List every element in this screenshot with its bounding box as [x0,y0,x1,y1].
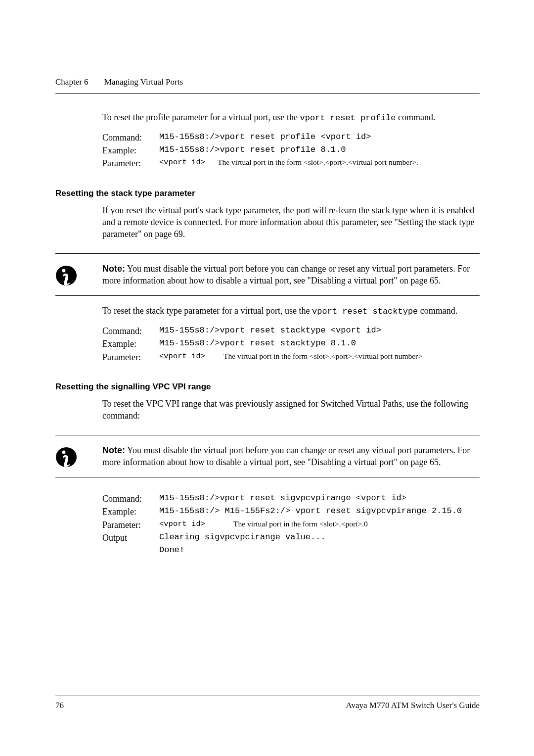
parameter-desc: The virtual port in the form <slot>.<por… [233,519,480,531]
example-line: M15-155s8:/>vport reset stacktype 8.1.0 [159,337,480,350]
output-line-2: Done! [159,544,480,557]
label-example: Example: [102,144,159,157]
svg-point-1 [62,269,66,272]
running-header: Chapter 6 Managing Virtual Ports [55,77,480,88]
label-command: Command: [102,131,159,144]
label-parameter: Parameter: [102,351,159,364]
inline-code: vport reset stacktype [312,307,418,316]
command-line: M15-155s8:/>vport reset profile <vport i… [159,131,480,144]
paragraph-intro-1: To reset the profile parameter for a vir… [102,111,480,124]
paragraph-intro-2: To reset the stack type parameter for a … [102,305,480,318]
info-icon [55,446,77,468]
inline-code: vport reset profile [300,113,396,123]
chapter-label: Chapter 6 [55,77,89,88]
note-block-1: Note: You must disable the virtual port … [55,253,480,296]
paragraph-signalling: To reset the VPC VPI range that was prev… [102,398,480,422]
footer-rule [55,696,480,696]
parameter-key: <vport id> [159,351,223,364]
label-parameter: Parameter: [102,519,159,531]
command-line: M15-155s8:/>vport reset stacktype <vport… [159,325,480,337]
page-number: 76 [55,700,64,711]
label-command: Command: [102,325,159,337]
example-line: M15-155s8:/>vport reset profile 8.1.0 [159,144,480,157]
chapter-title: Managing Virtual Ports [104,77,183,87]
command-block-3: Command: M15-155s8:/>vport reset sigvpcv… [102,492,480,557]
command-block-1: Command: M15-155s8:/>vport reset profile… [102,131,480,170]
parameter-desc: The virtual port in the form <slot>.<por… [223,351,480,364]
heading-stack-type: Resetting the stack type parameter [55,188,480,199]
note-text-2: Note: You must disable the virtual port … [102,444,480,469]
label-example: Example: [102,505,159,518]
command-line: M15-155s8:/>vport reset sigvpcvpirange <… [159,492,480,505]
paragraph-stack: If you reset the virtual port's stack ty… [102,204,480,240]
label-command: Command: [102,492,159,505]
parameter-key: <vport id> [159,157,218,170]
note-block-2: Note: You must disable the virtual port … [55,435,480,478]
note-text-1: Note: You must disable the virtual port … [102,263,480,287]
heading-signalling: Resetting the signalling VPC VPI range [55,381,480,393]
label-output: Output [102,531,159,544]
output-line-1: Clearing sigvpcvpcirange value... [159,531,480,544]
label-parameter: Parameter: [102,157,159,170]
svg-point-3 [62,450,66,454]
page-footer: 76 Avaya M770 ATM Switch User's Guide [55,696,480,711]
footer-title: Avaya M770 ATM Switch User's Guide [346,700,480,711]
label-example: Example: [102,337,159,350]
header-rule [55,93,480,94]
command-block-2: Command: M15-155s8:/>vport reset stackty… [102,325,480,364]
parameter-desc: The virtual port in the form <slot>.<por… [218,157,480,170]
parameter-key: <vport id> [159,519,233,531]
info-icon [55,265,77,286]
example-line: M15-155s8:/> M15-155Fs2:/> vport reset s… [159,505,480,518]
